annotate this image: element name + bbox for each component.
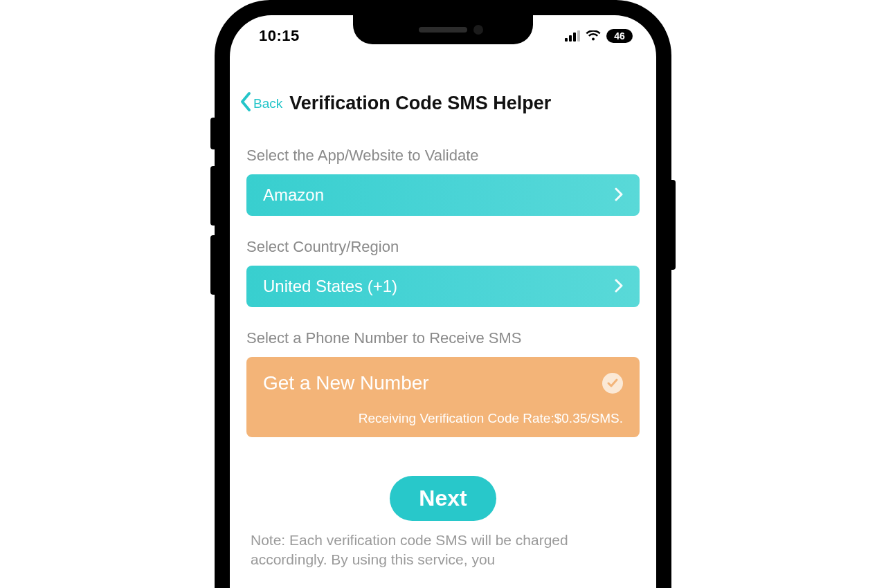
phone-selector-label: Select a Phone Number to Receive SMS	[246, 329, 640, 347]
app-selector-label: Select the App/Website to Validate	[246, 147, 640, 165]
country-selector-label: Select Country/Region	[246, 238, 640, 256]
page-title: Verification Code SMS Helper	[289, 93, 551, 114]
app-selector[interactable]: Amazon	[246, 174, 640, 216]
battery-indicator: 46	[606, 29, 633, 43]
front-camera	[473, 25, 483, 35]
new-number-option[interactable]: Get a New Number Receiving Verification …	[246, 357, 640, 437]
back-label: Back	[253, 96, 282, 111]
phone-screen: 10:15 46 Back Ve	[230, 15, 656, 588]
new-number-rate: Receiving Verification Code Rate:$0.35/S…	[263, 411, 623, 426]
wifi-icon	[586, 30, 601, 42]
chevron-right-icon	[615, 185, 623, 206]
content-area: Select the App/Website to Validate Amazo…	[246, 147, 640, 570]
footer-note: Note: Each verification code SMS will be…	[246, 531, 640, 570]
status-indicators: 46	[565, 29, 633, 43]
volume-down-button[interactable]	[210, 235, 215, 295]
back-button[interactable]: Back	[239, 91, 282, 116]
mute-switch[interactable]	[210, 118, 215, 149]
next-button[interactable]: Next	[390, 476, 496, 521]
phone-notch	[353, 15, 533, 44]
cellular-signal-icon	[565, 30, 580, 42]
navbar: Back Verification Code SMS Helper	[230, 91, 656, 116]
power-button[interactable]	[671, 180, 676, 270]
speaker-grill	[419, 27, 467, 33]
phone-frame: 10:15 46 Back Ve	[215, 0, 671, 588]
chevron-left-icon	[239, 91, 252, 116]
volume-up-button[interactable]	[210, 166, 215, 226]
new-number-title: Get a New Number	[263, 372, 429, 394]
chevron-right-icon	[615, 276, 623, 297]
check-circle-icon	[602, 373, 623, 394]
country-selector[interactable]: United States (+1)	[246, 266, 640, 307]
country-selector-value: United States (+1)	[263, 277, 397, 296]
app-selector-value: Amazon	[263, 185, 324, 205]
status-time: 10:15	[259, 27, 300, 45]
